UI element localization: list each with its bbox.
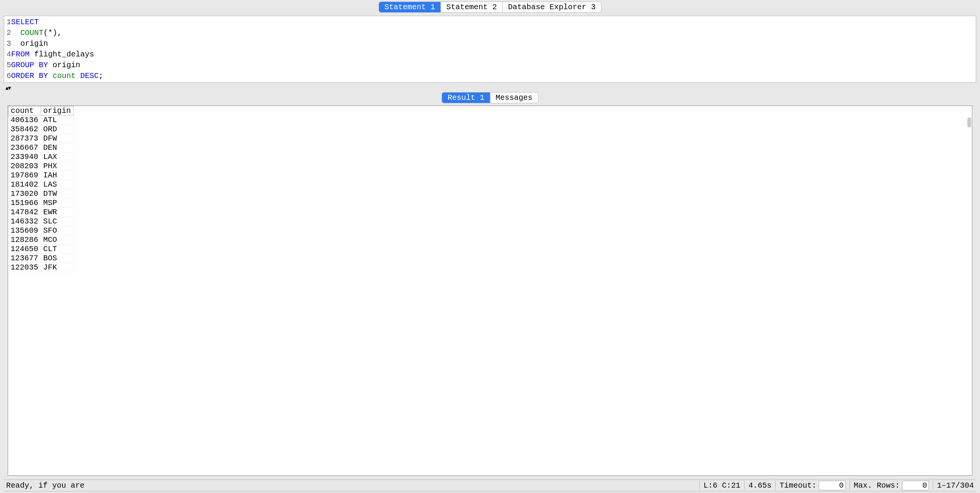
cell-count: 151966 <box>8 199 41 208</box>
code-content: origin <box>11 38 48 49</box>
cell-origin: PHX <box>41 162 73 171</box>
cell-origin: DTW <box>41 189 73 199</box>
code-content: COUNT(*), <box>11 28 62 38</box>
pane-splitter[interactable]: ▲▼ <box>4 83 976 92</box>
maxrows-input[interactable] <box>902 481 929 490</box>
table-row[interactable]: 146332SLC <box>8 217 74 226</box>
column-header-count[interactable]: count <box>8 106 41 116</box>
line-number: 5 <box>5 60 11 71</box>
code-content: GROUP BY origin <box>11 60 80 71</box>
table-row[interactable]: 122035JFK <box>8 263 74 272</box>
maxrows-field: Max. Rows: <box>849 481 933 490</box>
cell-count: 173020 <box>8 189 41 199</box>
cell-count: 358462 <box>8 125 41 134</box>
cell-origin: ATL <box>41 116 73 125</box>
cell-origin: LAX <box>41 152 73 162</box>
line-number: 4 <box>5 49 11 60</box>
timeout-label: Timeout: <box>780 481 816 490</box>
scrollbar-thumb[interactable] <box>967 117 971 127</box>
cell-origin: DEN <box>41 143 73 152</box>
code-content: SELECT <box>11 17 39 28</box>
cell-count: 287373 <box>8 134 41 143</box>
table-row[interactable]: 135609SFO <box>8 226 74 235</box>
status-bar: Ready, if you are L:6 C:21 4.65s Timeout… <box>4 480 976 491</box>
code-line: 4FROM flight_delays <box>4 49 976 60</box>
code-line: 1SELECT <box>4 17 976 28</box>
line-number: 2 <box>5 28 11 38</box>
code-line: 5GROUP BY origin <box>4 60 976 71</box>
cell-origin: ORD <box>41 125 73 134</box>
cell-count: 406136 <box>8 116 41 125</box>
cell-count: 135609 <box>8 226 41 235</box>
cell-count: 128286 <box>8 235 41 245</box>
cell-origin: JFK <box>41 263 73 272</box>
sql-editor[interactable]: 1SELECT2 COUNT(*),3 origin4FROM flight_d… <box>4 16 976 83</box>
line-number: 1 <box>5 17 11 28</box>
table-row[interactable]: 151966MSP <box>8 199 74 208</box>
row-range: 1–17/304 <box>933 481 974 490</box>
cell-origin: LAS <box>41 180 73 189</box>
cell-origin: SLC <box>41 217 73 226</box>
cell-origin: MSP <box>41 199 73 208</box>
table-row[interactable]: 406136ATL <box>8 116 74 125</box>
table-row[interactable]: 173020DTW <box>8 189 74 199</box>
table-row[interactable]: 197869IAH <box>8 171 74 180</box>
table-row[interactable]: 233940LAX <box>8 152 74 162</box>
tab-database-explorer-3[interactable]: Database Explorer 3 <box>503 2 601 12</box>
tab-statement-2[interactable]: Statement 2 <box>441 2 503 12</box>
line-number: 3 <box>5 38 11 49</box>
table-row[interactable]: 124650CLT <box>8 245 74 254</box>
line-number: 6 <box>5 71 11 81</box>
result-tab-messages[interactable]: Messages <box>490 93 538 103</box>
cell-count: 197869 <box>8 171 41 180</box>
result-tab-group: Result 1Messages <box>442 92 538 103</box>
cell-count: 146332 <box>8 217 41 226</box>
cell-origin: EWR <box>41 208 73 217</box>
maxrows-label: Max. Rows: <box>854 481 900 490</box>
cursor-position: L:6 C:21 <box>699 481 744 490</box>
table-row[interactable]: 128286MCO <box>8 235 74 245</box>
timeout-field: Timeout: <box>775 481 849 490</box>
code-line: 3 origin <box>4 38 976 49</box>
code-line: 2 COUNT(*), <box>4 28 976 38</box>
cell-origin: MCO <box>41 235 73 245</box>
result-tab-result-1[interactable]: Result 1 <box>442 93 490 103</box>
cell-count: 123677 <box>8 254 41 263</box>
code-content: ORDER BY count DESC; <box>11 71 103 81</box>
main-tab-bar: Statement 1Statement 2Database Explorer … <box>0 0 980 16</box>
table-row[interactable]: 236667DEN <box>8 143 74 152</box>
cell-origin: BOS <box>41 254 73 263</box>
cell-origin: DFW <box>41 134 73 143</box>
table-row[interactable]: 123677BOS <box>8 254 74 263</box>
table-row[interactable]: 287373DFW <box>8 134 74 143</box>
table-row[interactable]: 181402LAS <box>8 180 74 189</box>
result-tab-bar: Result 1Messages <box>0 92 980 106</box>
cell-count: 233940 <box>8 152 41 162</box>
status-message: Ready, if you are <box>6 481 699 490</box>
cell-count: 124650 <box>8 245 41 254</box>
table-row[interactable]: 358462ORD <box>8 125 74 134</box>
splitter-arrows-icon: ▲▼ <box>5 85 10 91</box>
table-row[interactable]: 208203PHX <box>8 162 74 171</box>
cell-origin: CLT <box>41 245 73 254</box>
cell-count: 147842 <box>8 208 41 217</box>
column-header-origin[interactable]: origin <box>41 106 73 116</box>
results-pane[interactable]: countorigin 406136ATL358462ORD287373DFW2… <box>8 106 972 476</box>
cell-count: 208203 <box>8 162 41 171</box>
results-table: countorigin 406136ATL358462ORD287373DFW2… <box>8 106 74 272</box>
timeout-input[interactable] <box>819 481 846 490</box>
cell-origin: SFO <box>41 226 73 235</box>
cell-count: 122035 <box>8 263 41 272</box>
table-row[interactable]: 147842EWR <box>8 208 74 217</box>
cell-count: 181402 <box>8 180 41 189</box>
code-line: 6ORDER BY count DESC; <box>4 71 976 81</box>
main-tab-group: Statement 1Statement 2Database Explorer … <box>379 2 601 13</box>
cell-origin: IAH <box>41 171 73 180</box>
code-content: FROM flight_delays <box>11 49 94 60</box>
tab-statement-1[interactable]: Statement 1 <box>379 2 441 12</box>
elapsed-time: 4.65s <box>744 481 775 490</box>
cell-count: 236667 <box>8 143 41 152</box>
